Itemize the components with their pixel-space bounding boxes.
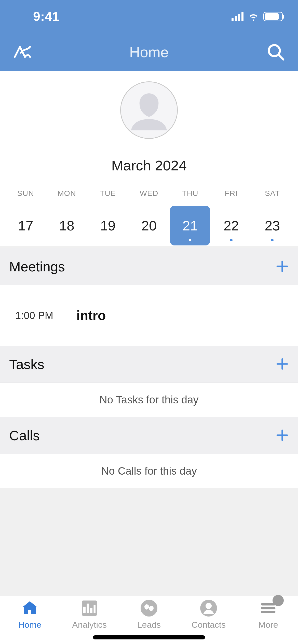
tab-analytics[interactable]: Analytics <box>60 596 119 633</box>
svg-rect-13 <box>94 605 96 613</box>
profile-area: March 2024 <box>0 71 298 174</box>
day-num: 17 <box>18 218 33 233</box>
tab-label: Home <box>18 620 42 630</box>
svg-point-16 <box>206 603 212 609</box>
calls-empty: No Calls for this day <box>0 454 298 488</box>
zia-icon[interactable] <box>12 42 33 62</box>
day-num: 21 <box>182 218 198 233</box>
day-abbr: THU <box>170 189 211 198</box>
section-title: Tasks <box>9 356 44 372</box>
section-title: Meetings <box>9 259 65 274</box>
cellular-signal-icon <box>232 12 243 21</box>
day-abbr: SUN <box>5 189 46 198</box>
svg-rect-10 <box>83 607 86 613</box>
day-num: 22 <box>224 218 239 233</box>
day-num: 23 <box>265 218 280 233</box>
day-num: 18 <box>59 218 74 233</box>
week-strip: SUN 17 MON 18 TUE 19 WED 20 THU 21 <box>0 189 298 246</box>
svg-rect-12 <box>90 608 92 613</box>
status-icons <box>232 11 283 22</box>
event-dot-icon <box>230 239 233 241</box>
day-tue[interactable]: TUE 19 <box>87 189 128 246</box>
meeting-item[interactable]: 1:00 PM intro <box>0 285 298 346</box>
tab-label: Analytics <box>72 620 107 630</box>
contacts-icon <box>199 599 218 617</box>
day-sat[interactable]: SAT 23 <box>252 189 293 246</box>
meeting-time: 1:00 PM <box>15 310 69 321</box>
meeting-title: intro <box>76 308 106 323</box>
day-sun[interactable]: SUN 17 <box>5 189 46 246</box>
day-fri[interactable]: FRI 22 <box>211 189 252 246</box>
day-abbr: FRI <box>211 189 252 198</box>
tab-more[interactable]: More <box>238 596 298 633</box>
day-abbr: SAT <box>252 189 293 198</box>
event-dot-icon <box>189 239 191 241</box>
home-icon <box>21 599 39 617</box>
search-icon[interactable] <box>265 42 286 62</box>
wifi-icon <box>248 11 259 22</box>
tasks-header: Tasks <box>0 346 298 383</box>
home-indicator <box>93 635 205 639</box>
calls-header: Calls <box>0 417 298 454</box>
tab-label: Leads <box>137 620 161 630</box>
svg-line-1 <box>278 55 283 60</box>
page-title: Home <box>33 43 265 61</box>
svg-rect-11 <box>87 604 89 613</box>
tab-label: Contacts <box>192 620 226 630</box>
tab-label: More <box>258 620 278 630</box>
leads-icon <box>140 599 158 617</box>
day-abbr: WED <box>128 189 169 198</box>
add-task-button[interactable] <box>276 355 289 373</box>
month-label: March 2024 <box>0 157 298 174</box>
day-thu[interactable]: THU 21 <box>170 189 211 246</box>
meetings-header: Meetings <box>0 248 298 285</box>
analytics-icon <box>80 599 99 617</box>
add-call-button[interactable] <box>276 426 289 445</box>
avatar[interactable] <box>120 81 178 139</box>
tab-home[interactable]: Home <box>0 596 60 633</box>
section-title: Calls <box>9 428 40 443</box>
add-meeting-button[interactable] <box>276 257 289 276</box>
day-mon[interactable]: MON 18 <box>46 189 87 246</box>
tab-contacts[interactable]: Contacts <box>179 596 238 633</box>
day-num: 19 <box>100 218 116 233</box>
day-abbr: MON <box>46 189 87 198</box>
status-time: 9:41 <box>33 9 60 24</box>
app-bar: Home <box>0 33 298 71</box>
battery-icon <box>263 12 283 21</box>
content-area: March 2024 SUN 17 MON 18 TUE 19 WED <box>0 71 298 596</box>
day-wed[interactable]: WED 20 <box>128 189 169 246</box>
tab-leads[interactable]: Leads <box>119 596 179 633</box>
day-abbr: TUE <box>87 189 128 198</box>
empty-space <box>0 488 298 596</box>
event-dot-icon <box>271 239 274 241</box>
day-num: 20 <box>141 218 157 233</box>
tasks-empty: No Tasks for this day <box>0 383 298 417</box>
notification-badge-icon <box>273 595 284 606</box>
status-bar: 9:41 <box>0 0 298 33</box>
